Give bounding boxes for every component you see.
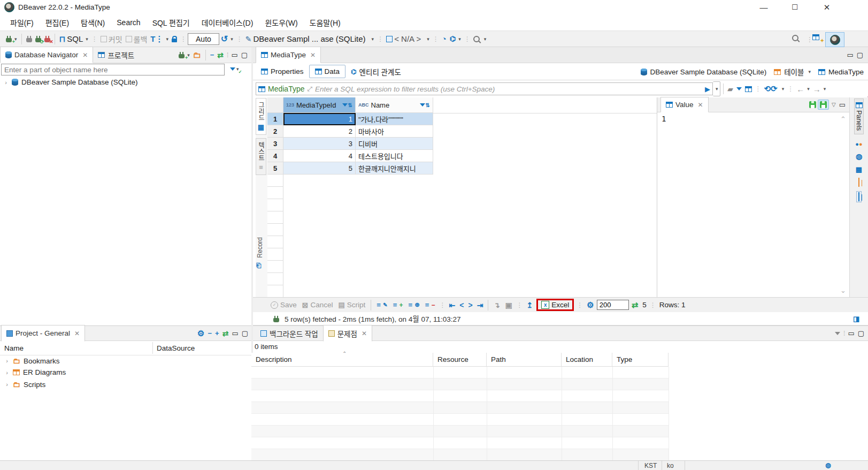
value-viewer-button[interactable] [856,191,862,202]
sort-icon[interactable]: ⇅ [348,102,352,108]
grid-settings-button[interactable]: ⚙ [743,85,754,93]
fetch-all-button[interactable]: ▣ [503,301,515,309]
tab-data[interactable]: Data [309,65,346,78]
grid-cell-id[interactable]: 1 [283,113,356,125]
clear-filter-button[interactable]: ▰ [726,84,735,94]
close-tab-icon[interactable]: ✕ [310,51,316,59]
new-connection-button[interactable]: +▾ [4,34,19,43]
tab-problems[interactable]: 문제점 ✕ [323,325,372,342]
collapse-all-button[interactable]: − [209,50,216,60]
project-expand-button[interactable]: + [213,328,221,338]
excel-export-button[interactable]: x Excel [541,301,569,309]
sql-editor-button[interactable]: ⊓SQL▾ [58,33,90,45]
filter-history-dropdown[interactable]: ▾ [713,81,720,96]
tab-er-diagram[interactable]: ⌬ 엔티티 관계도 [345,64,406,79]
tab-properties[interactable]: Properties [256,65,309,78]
menu-edit[interactable]: 편집(E) [40,14,75,31]
nav-new-connection-button[interactable]: +▾ [177,50,191,59]
expander-icon[interactable]: › [4,381,10,388]
grid-cell-name[interactable]: 디비버 [356,138,433,150]
references-panel-button[interactable] [858,178,859,186]
refresh-dropdown[interactable]: ▾ [779,85,786,93]
editor-minimize-button[interactable]: ▭ [845,50,855,60]
breadcrumb-database[interactable]: DBeaver Sample Database (SQLite) [650,68,767,76]
grid-cell-name[interactable]: 마바사아 [356,125,433,138]
connect-button[interactable] [25,34,34,43]
transaction-mode-button[interactable]: T⋮▾ [149,33,170,45]
close-tab-icon[interactable]: ✕ [698,101,703,109]
column-description[interactable]: Description ⌃ [251,353,433,367]
commit-mode-combo[interactable]: Auto [188,33,219,45]
menu-navigate[interactable]: 탐색(N) [75,14,111,31]
previous-row-button[interactable]: < [457,301,466,309]
menu-help[interactable]: 도움말(H) [304,14,347,31]
tree-item-er-diagrams[interactable]: › ER Diagrams [4,368,66,376]
maximize-button[interactable]: ☐ [782,0,807,14]
save-value-button[interactable] [808,100,818,109]
er-diagram-button[interactable]: ⌬▾ [448,34,463,44]
column-type[interactable]: Type [612,353,669,367]
transaction-log-button[interactable]: ↺▾ [219,33,235,45]
metadata-panel-button[interactable]: ◍ [856,152,862,161]
tab-value[interactable]: Value ✕ [660,97,709,112]
expand-filter-icon[interactable]: ⤢ [307,85,312,93]
grid-cell-id[interactable]: 5 [283,162,356,175]
project-link-button[interactable]: ⇄ [221,328,231,339]
navigator-filter-settings-button[interactable]: ✓▾ [230,64,239,72]
menu-sql-editor[interactable]: SQL 편집기 [147,14,196,31]
value-panel-menu[interactable]: ▽ [829,101,838,109]
dbeaver-perspective-button[interactable] [825,32,844,47]
delete-row-button[interactable]: ≡− [423,301,438,309]
project-maximize-button[interactable]: ▢ [240,328,250,338]
tab-background-tasks[interactable]: 백그라운드 작업 [256,325,323,341]
status-notification-icon[interactable]: ◍ [825,461,831,469]
close-tab-icon[interactable]: ✕ [74,330,80,337]
tab-text-mode[interactable]: 텍스트 ≡ [256,138,266,175]
tab-panels[interactable]: Panels [854,98,864,134]
record-mode-toggle[interactable]: Record ⎗ [256,237,264,269]
column-filter-icon[interactable] [342,103,348,107]
active-schema-combo[interactable]: < N/A >▾ [385,33,431,44]
fetch-page-button[interactable]: ↴ [491,301,502,309]
grid-cell-name[interactable]: 한글깨지니안깨지니 [356,162,433,175]
problems-maximize-button[interactable]: ▢ [856,328,866,338]
tab-projects[interactable]: 프로젝트 [93,47,139,63]
apply-filter-icon[interactable]: ▶ [705,85,710,93]
column-header-name[interactable]: ABC Name ⇅ [356,97,433,113]
auto-save-value-button[interactable] [818,100,829,110]
menu-database[interactable]: 데이터베이스(D) [196,14,259,31]
minimize-view-button[interactable]: ▭ [229,50,239,60]
close-tab-icon[interactable]: ✕ [362,330,367,337]
close-tab-icon[interactable]: ✕ [82,51,88,59]
grid-corner-cell[interactable] [267,97,283,113]
grid-cell-id[interactable]: 4 [283,150,356,162]
nav-back-button[interactable]: ←▾ [795,84,811,95]
grid-cell-name[interactable]: "가나,다라"""""" [356,113,433,125]
project-minimize-button[interactable]: ▭ [230,328,240,338]
column-location[interactable]: Location [562,353,612,367]
preview-panel-button[interactable]: ▩ [856,165,862,173]
grid-cell-id[interactable]: 2 [283,125,356,138]
search-button[interactable]: ▾ [472,35,488,43]
dashboard-button[interactable]: ◔ [440,33,448,44]
sort-icon[interactable]: ⇅ [426,102,430,108]
cancel-result-button[interactable]: ⊠Cancel [299,301,336,309]
editor-maximize-button[interactable]: ▢ [855,50,865,60]
next-row-button[interactable]: > [466,301,474,309]
expander-icon[interactable]: › [3,79,9,86]
tab-mediatype-editor[interactable]: MediaType ✕ [256,47,321,63]
quick-search-button[interactable] [790,34,800,42]
refetch-button[interactable]: ⇄ [629,300,641,310]
copy-row-button[interactable]: ≡⊕ [406,301,423,309]
tab-project-general[interactable]: Project - General ✕ [1,325,85,342]
problems-filter-button[interactable] [833,331,842,336]
row-number[interactable]: 3 [267,138,283,150]
breadcrumb-table[interactable]: MediaType [828,68,864,76]
nav-new-folder-button[interactable]: 🗀 [191,49,203,60]
tab-database-navigator[interactable]: Database Navigator ✕ [0,47,93,63]
export-result-button[interactable]: ↥ [524,301,535,309]
script-button[interactable]: ▤Script [336,301,368,309]
sql-filter-box[interactable]: MediaType ⤢ Enter a SQL expression to fi… [256,82,713,95]
scroll-up-icon[interactable]: ⌃ [840,115,846,123]
menu-window[interactable]: 윈도우(W) [259,14,303,31]
